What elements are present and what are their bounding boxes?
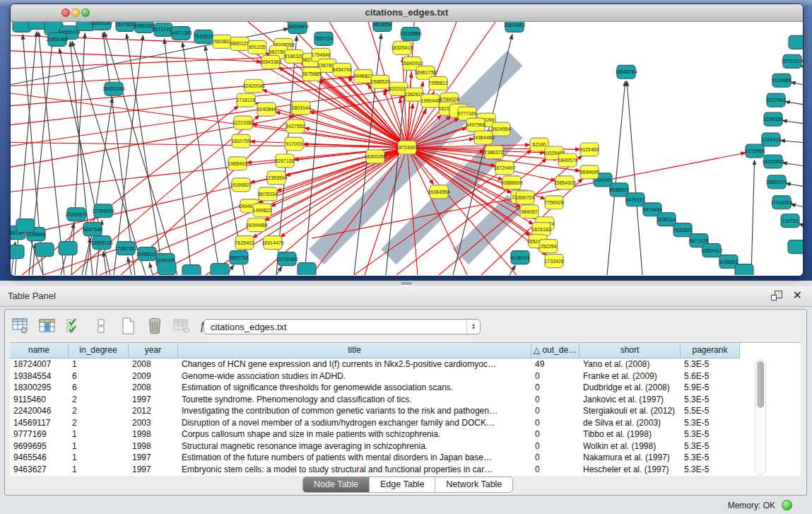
table-cell[interactable]: 2 xyxy=(69,394,129,406)
column-header-short[interactable]: short xyxy=(579,343,681,358)
graph-edge[interactable] xyxy=(751,160,755,275)
graph-node[interactable]: 8186328 xyxy=(284,49,303,63)
table-cell[interactable]: Dudbridge et al. (2008) xyxy=(579,382,681,394)
graph-node[interactable]: 9699695 xyxy=(579,165,599,179)
graph-node[interactable]: 16053809 xyxy=(286,22,308,33)
graph-node[interactable]: 1244413 xyxy=(761,133,780,146)
float-panel-button[interactable] xyxy=(771,291,784,302)
graph-node[interactable]: 8938923 xyxy=(609,183,628,197)
table-cell[interactable]: 0 xyxy=(531,382,579,394)
table-cell[interactable]: 18300295 xyxy=(10,382,69,394)
column-header-name[interactable]: name xyxy=(10,343,69,358)
table-cell[interactable]: Estimation of the future numbers of pati… xyxy=(178,452,531,464)
graph-node[interactable]: 7955812 xyxy=(428,76,447,90)
graph-node[interactable]: 19384554 xyxy=(428,185,449,199)
graph-node[interactable]: 9242844 xyxy=(257,103,276,116)
column-header-title[interactable]: title xyxy=(178,343,531,358)
graph-node[interactable]: 16099489 xyxy=(245,218,267,232)
table-cell[interactable]: 2 xyxy=(69,417,129,429)
graph-edge[interactable] xyxy=(785,102,803,105)
table-cell[interactable]: 5.3E-5 xyxy=(681,417,740,429)
graph-node[interactable]: 1990448 xyxy=(420,94,440,107)
table-cell[interactable]: Jankovic et al. (1997) xyxy=(579,394,681,406)
graph-node[interactable]: 16958107 xyxy=(136,247,158,261)
network-graph[interactable]: 1405572420691406106532671527602696616010… xyxy=(11,22,803,275)
table-cell[interactable]: Changes of HCN gene expression and I(f) … xyxy=(178,358,531,370)
table-row[interactable]: 969969511998Structural magnetic resonanc… xyxy=(10,440,801,452)
graph-edge[interactable] xyxy=(126,34,163,275)
table-row[interactable]: 1872400712008Changes of HCN gene express… xyxy=(10,358,801,370)
graph-node[interactable]: 1890724 xyxy=(515,191,534,204)
graph-node[interactable]: 252254 xyxy=(539,240,558,253)
graph-node[interactable] xyxy=(16,219,35,233)
table-cell[interactable]: 0 xyxy=(531,428,579,440)
table-cell[interactable]: 0 xyxy=(531,452,579,464)
table-cell[interactable]: 5.3E-5 xyxy=(681,394,740,406)
column-header-in_degree[interactable]: in_degree xyxy=(69,343,129,358)
table-cell[interactable]: 9115460 xyxy=(10,394,69,406)
graph-node[interactable] xyxy=(182,265,201,275)
select-rows-button[interactable] xyxy=(64,315,85,337)
graph-node[interactable]: 1588520 xyxy=(370,75,389,88)
graph-edge[interactable] xyxy=(149,263,153,275)
graph-node[interactable]: 19218586 xyxy=(399,27,421,40)
table-cell[interactable]: 1 xyxy=(69,428,129,440)
graph-node[interactable]: 2718126 xyxy=(236,93,255,107)
graph-node[interactable]: 7625402 xyxy=(235,236,254,250)
graph-node[interactable]: 1209338 xyxy=(763,112,782,126)
table-cell[interactable]: 5.3E-5 xyxy=(681,440,740,452)
graph-node[interactable]: 15654923 xyxy=(553,176,575,189)
graph-node[interactable]: 1733426 xyxy=(544,255,563,268)
column-header-pagerank[interactable]: pagerank xyxy=(681,343,740,358)
table-cell[interactable]: 5.3E-5 xyxy=(681,464,740,476)
graph-node[interactable] xyxy=(28,22,47,29)
table-cell[interactable]: 9465546 xyxy=(10,452,69,464)
table-cell[interactable]: Investigating the contribution of common… xyxy=(178,405,531,417)
graph-node[interactable]: 15716485 xyxy=(276,252,298,266)
graph-node[interactable] xyxy=(35,243,54,257)
graph-edge[interactable] xyxy=(11,51,261,62)
table-row[interactable]: 946554611997Estimation of the future num… xyxy=(10,452,801,464)
table-cell[interactable]: Tibbo et al. (1998) xyxy=(579,428,681,440)
table-cell[interactable]: 2008 xyxy=(129,358,178,370)
graph-node[interactable]: 1615182 xyxy=(531,223,551,236)
graph-edge[interactable] xyxy=(627,81,642,275)
table-cell[interactable]: 9777169 xyxy=(10,428,69,440)
table-selector-dropdown[interactable]: citations_edges.txt ▲▼ xyxy=(204,319,481,334)
graph-edge[interactable] xyxy=(782,163,803,165)
graph-node[interactable]: 10688609 xyxy=(500,176,522,189)
split-pane-divider[interactable] xyxy=(0,281,812,286)
table-cell[interactable]: 0 xyxy=(531,370,579,382)
graph-node[interactable]: 7515526 xyxy=(194,30,213,43)
graph-node[interactable]: 2935114 xyxy=(657,213,676,226)
graph-node[interactable]: 8454749 xyxy=(332,63,351,76)
graph-node[interactable]: 116753 xyxy=(781,214,799,228)
table-row[interactable]: 2242004622012Investigating the contribut… xyxy=(10,405,801,417)
graph-node[interactable] xyxy=(158,262,176,275)
table-cell[interactable]: 18724007 xyxy=(10,358,69,370)
graph-node[interactable]: 7756928 xyxy=(544,196,563,209)
graph-node[interactable]: 917003 xyxy=(285,137,303,151)
graph-node[interactable]: 1810755 xyxy=(231,134,250,148)
graph-node[interactable]: 10654112 xyxy=(701,244,723,257)
table-cell[interactable]: 1 xyxy=(69,452,129,464)
table-cell[interactable]: 9463627 xyxy=(10,464,69,476)
graph-node[interactable]: 15692971 xyxy=(765,175,787,189)
graph-node[interactable] xyxy=(735,264,753,275)
table-cell[interactable]: 2012 xyxy=(129,405,178,417)
graph-node[interactable]: 8813054 xyxy=(372,22,392,31)
table-cell[interactable]: Tourette syndrome. Phenomenology and cla… xyxy=(178,394,531,406)
graph-node[interactable]: 18325419 xyxy=(391,41,413,54)
table-cell[interactable]: 2003 xyxy=(129,417,178,429)
table-cell[interactable]: 1998 xyxy=(129,440,178,452)
graph-node[interactable]: 1499822 xyxy=(252,204,271,217)
graph-node[interactable] xyxy=(59,242,77,255)
table-cell[interactable]: Stergiakouli et al. (2012) xyxy=(579,405,681,417)
graph-node[interactable]: 12353594 xyxy=(265,171,287,185)
graph-node[interactable]: 9860125 xyxy=(230,37,249,50)
graph-node[interactable]: 7663822 xyxy=(212,35,231,48)
table-cell[interactable]: Corpus callosum shape and size in male p… xyxy=(178,428,531,440)
graph-node[interactable]: 6966160 xyxy=(134,22,153,33)
graph-node[interactable]: 20691406 xyxy=(46,33,68,46)
graph-node[interactable]: 10653267 xyxy=(90,22,112,30)
